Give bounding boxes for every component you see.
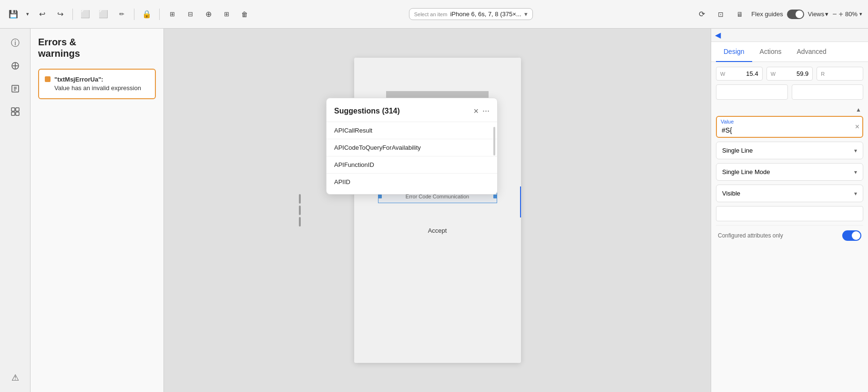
section-header-props[interactable]: ▲ xyxy=(716,103,863,116)
svg-rect-8 xyxy=(16,108,19,111)
panel-collapse-button[interactable]: ◀ xyxy=(715,31,721,40)
flex-guides-toggle[interactable] xyxy=(787,10,804,19)
divider-3 xyxy=(159,9,160,20)
toolbar-right: ⟳ ⊡ 🖥 Flex guides Views ▾ − + 80% ▾ xyxy=(694,7,862,22)
paste-button[interactable]: ⬜ xyxy=(96,7,111,22)
sidebar-icon-warning[interactable]: ⚠ xyxy=(7,369,24,386)
left-sidebar: ⓘ ⚠ xyxy=(0,29,31,392)
right-panel: ◀ Design Actions Advanced W 15.4 W 59.9 … xyxy=(711,29,868,392)
svg-rect-7 xyxy=(11,108,15,111)
resize-handle-bar-1 xyxy=(299,194,301,204)
suggestions-header-btns: × ··· xyxy=(473,106,490,116)
dim-field-w1[interactable]: W 15.4 xyxy=(716,67,763,81)
suggestions-popup: Suggestions (314) × ··· APICallResult AP… xyxy=(326,98,498,195)
errors-title: Errors &warnings xyxy=(38,36,156,59)
value-label: Value xyxy=(721,119,734,124)
dropdown-single-line-mode[interactable]: Single Line Mode ▾ xyxy=(716,163,863,181)
suggestion-item-2[interactable]: APIFunctionID xyxy=(327,156,497,174)
dim-field-r[interactable]: R xyxy=(817,67,863,81)
value-input-wrapper: Value × xyxy=(716,116,863,138)
draw-button[interactable]: ✏ xyxy=(114,7,129,22)
sidebar-icon-info[interactable]: ⓘ xyxy=(7,34,24,52)
divider-2 xyxy=(134,9,134,20)
resize-handle-bar-2 xyxy=(299,206,301,215)
dim-field-blank1[interactable] xyxy=(716,84,788,100)
suggestion-item-3[interactable]: APIID xyxy=(327,174,497,190)
dropdown-single-line-mode-arrow: ▾ xyxy=(854,169,857,175)
sidebar-icon-book[interactable] xyxy=(7,80,24,97)
dropdown-single-line[interactable]: Single Line ▾ xyxy=(716,142,863,159)
svg-rect-10 xyxy=(16,112,19,115)
dim-row-1: W 15.4 W 59.9 R xyxy=(716,67,863,81)
canvas-area: src: Error Error Code Communication Acce… xyxy=(164,29,711,392)
device-select-label: Select an item xyxy=(414,11,448,17)
undo-button[interactable]: ↩ xyxy=(34,7,50,22)
dropdown-visible-label: Visible xyxy=(722,190,740,197)
main-content: ⓘ ⚠ Er xyxy=(0,29,868,392)
dropdown-visible[interactable]: Visible ▾ xyxy=(716,185,863,202)
tab-design[interactable]: Design xyxy=(716,42,752,62)
suggestions-more-button[interactable]: ··· xyxy=(482,106,490,116)
resize-handle[interactable] xyxy=(299,194,301,227)
sidebar-icon-layers[interactable] xyxy=(7,57,24,74)
error-card[interactable]: "txtMsjErrorUa": Value has an invalid ex… xyxy=(38,69,156,99)
configured-label: Configured attributes only xyxy=(718,232,783,239)
group-button[interactable]: ⊞ xyxy=(164,7,180,22)
dim-field-w2[interactable]: W 59.9 xyxy=(766,67,813,81)
svg-rect-9 xyxy=(11,112,15,115)
dropdown-single-line-label: Single Line xyxy=(722,147,753,154)
views-button[interactable]: Views ▾ xyxy=(808,10,828,18)
layout-button[interactable]: ⊡ xyxy=(713,7,728,22)
configured-row: Configured attributes only xyxy=(716,225,863,246)
dim-field-blank2[interactable] xyxy=(792,84,864,100)
error-header: "txtMsjErrorUa": Value has an invalid ex… xyxy=(45,75,149,93)
error-dot xyxy=(45,76,51,82)
lock-button[interactable]: 🔒 xyxy=(139,7,154,22)
grid-button[interactable]: ⊞ xyxy=(219,7,234,22)
suggestions-header: Suggestions (314) × ··· xyxy=(327,106,497,122)
panel-collapse-row: ◀ xyxy=(711,29,868,42)
zoom-in-button[interactable]: + xyxy=(839,10,843,19)
right-panel-content: W 15.4 W 59.9 R ▲ xyxy=(711,62,868,392)
suggestions-close-button[interactable]: × xyxy=(473,107,479,115)
views-chevron-icon: ▾ xyxy=(825,10,828,18)
dropdown-arrow-button[interactable]: ▾ xyxy=(24,7,31,22)
suggestions-scrollbar[interactable] xyxy=(493,127,495,155)
preview-button[interactable]: 🖥 xyxy=(732,7,747,22)
dropdown-single-line-arrow: ▾ xyxy=(854,147,857,154)
dropdown-visible-arrow: ▾ xyxy=(854,190,857,197)
zoom-out-button[interactable]: − xyxy=(832,10,837,19)
redo-button[interactable]: ↪ xyxy=(52,7,68,22)
accept-label: Accept xyxy=(428,227,447,234)
suggestion-item-0[interactable]: APICallResult xyxy=(327,122,497,139)
refresh-button[interactable]: ⟳ xyxy=(694,7,709,22)
dim-field-bottom[interactable] xyxy=(716,206,863,221)
right-tabs: Design Actions Advanced xyxy=(711,42,868,62)
zoom-level: 80% xyxy=(845,10,858,18)
save-button[interactable]: 💾 xyxy=(6,7,21,22)
sidebar-icon-components[interactable] xyxy=(7,103,24,120)
configured-toggle[interactable] xyxy=(842,230,861,241)
dropdown-single-line-mode-label: Single Line Mode xyxy=(722,168,770,175)
errors-panel: Errors &warnings "txtMsjErrorUa": Value … xyxy=(31,29,164,392)
value-input[interactable] xyxy=(716,116,863,138)
ungroup-button[interactable]: ⊟ xyxy=(183,7,198,22)
resize-handle-bar-3 xyxy=(299,217,301,227)
tab-actions[interactable]: Actions xyxy=(752,42,789,62)
device-selector[interactable]: Select an item iPhone 6, 6s, 7, 8 (375×.… xyxy=(409,8,533,20)
copy-button[interactable]: ⬜ xyxy=(78,7,93,22)
device-dropdown-icon: ▾ xyxy=(524,10,528,18)
delete-button[interactable]: 🗑 xyxy=(237,7,252,22)
divider-1 xyxy=(72,9,73,20)
error-text: "txtMsjErrorUa": Value has an invalid ex… xyxy=(54,75,141,93)
tab-advanced[interactable]: Advanced xyxy=(789,42,834,62)
flex-guides-label: Flex guides xyxy=(751,10,783,18)
add-button[interactable]: ⊕ xyxy=(201,7,216,22)
suggestion-item-1[interactable]: APICodeToQueryForAvailability xyxy=(327,139,497,156)
toolbar: 💾 ▾ ↩ ↪ ⬜ ⬜ ✏ 🔒 ⊞ ⊟ ⊕ ⊞ 🗑 Select an item… xyxy=(0,0,868,29)
device-value: iPhone 6, 6s, 7, 8 (375×... xyxy=(450,10,521,18)
value-clear-button[interactable]: × xyxy=(855,123,859,131)
blue-rect xyxy=(520,186,521,217)
zoom-control: − + 80% ▾ xyxy=(832,10,862,19)
zoom-dropdown-icon: ▾ xyxy=(859,11,862,17)
